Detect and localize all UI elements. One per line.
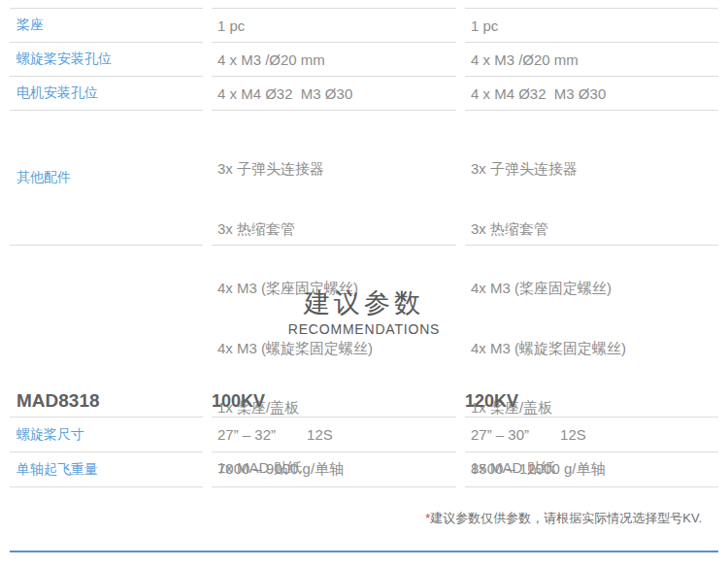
rec-takeoff-weight-100kv: 7000 – 9000 g/单轴 <box>212 452 456 487</box>
variant-header-120kv: 120KV <box>465 385 718 418</box>
accessories-list-col1: 3x 子弹头连接器 3x 热缩套管 4x M3 (桨座固定螺丝) 4x M3 (… <box>212 110 456 246</box>
prop-range: 27” – 30” <box>471 426 529 443</box>
accessories-list-col2: 3x 子弹头连接器 3x 热缩套管 4x M3 (桨座固定螺丝) 4x M3 (… <box>465 110 718 246</box>
spec-row-label-accessories: 其他配件 <box>10 110 203 246</box>
spec-row-label-prop-mount: 桨座 <box>10 8 203 42</box>
recommendations-table: MAD8318 100KV 120KV 螺旋桨尺寸 27” – 32” 12S … <box>10 385 718 487</box>
battery-cells: 12S <box>307 426 333 443</box>
bottom-divider-line <box>10 551 718 552</box>
spec-row-value-col1: 1 pc <box>212 8 456 42</box>
rec-takeoff-weight-120kv: 8500 – 12000 g/单轴 <box>465 452 718 487</box>
accessory-item: 3x 子弹头连接器 <box>471 159 718 180</box>
spec-row-label-prop-holes: 螺旋桨安装孔位 <box>10 42 203 76</box>
model-header: MAD8318 <box>10 385 203 418</box>
rec-prop-size-100kv: 27” – 32” 12S <box>212 418 456 452</box>
accessory-item: 3x 热缩套管 <box>217 219 456 240</box>
prop-range: 27” – 32” <box>217 426 276 443</box>
accessory-item: 4x M3 (桨座固定螺丝) <box>471 279 718 299</box>
spec-table: 桨座 1 pc 1 pc 螺旋桨安装孔位 4 x M3 /Ø20 mm 4 x … <box>10 8 718 246</box>
spec-row-value-col1: 4 x M3 /Ø20 mm <box>212 42 456 76</box>
spec-row-value-col2: 4 x M4 Ø32 M3 Ø30 <box>465 76 718 110</box>
accessory-item: 3x 热缩套管 <box>471 219 718 240</box>
accessory-item: 4x M3 (螺旋桨固定螺丝) <box>471 339 718 359</box>
rec-prop-size-120kv: 27” – 30” 12S <box>465 418 718 452</box>
spec-row-value-col1: 4 x M4 Ø32 M3 Ø30 <box>212 76 456 110</box>
spec-row-value-col2: 4 x M3 /Ø20 mm <box>465 42 718 76</box>
spec-row-value-col2: 1 pc <box>465 8 718 42</box>
battery-cells: 12S <box>560 426 586 443</box>
rec-row-label-prop-size: 螺旋桨尺寸 <box>10 418 203 452</box>
variant-header-100kv: 100KV <box>212 385 456 418</box>
accessory-item: 4x M3 (螺旋桨固定螺丝) <box>217 339 456 359</box>
footnote-text: 建议参数仅供参数，请根据实际情况选择型号KV. <box>430 511 702 525</box>
accessory-item: 3x 子弹头连接器 <box>217 159 456 180</box>
rec-row-label-takeoff-weight: 单轴起飞重量 <box>10 452 203 487</box>
spec-row-label-motor-holes: 电机安装孔位 <box>10 76 203 110</box>
